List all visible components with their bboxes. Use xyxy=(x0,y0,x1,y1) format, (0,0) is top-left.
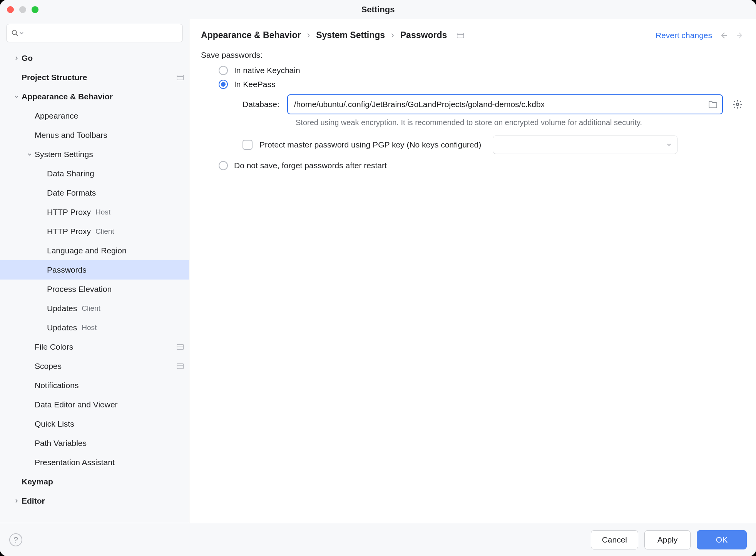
tree-item-keymap[interactable]: Keymap xyxy=(0,472,189,491)
protect-pgp-label: Protect master password using PGP key (N… xyxy=(259,140,481,149)
database-path-input[interactable] xyxy=(287,94,723,114)
help-icon[interactable]: ? xyxy=(9,533,22,546)
chevron-right-icon: › xyxy=(391,30,394,40)
folder-icon[interactable] xyxy=(708,100,718,109)
tree-item-label: Appearance xyxy=(35,111,78,121)
tree-item-label: Editor xyxy=(22,496,45,506)
tree-item-label: Path Variables xyxy=(35,439,87,448)
minimize-window-button[interactable] xyxy=(19,6,26,13)
svg-line-1 xyxy=(16,34,18,37)
chevron-right-icon xyxy=(12,499,22,503)
tree-item-editor[interactable]: Editor xyxy=(0,491,189,511)
chevron-down-icon xyxy=(25,152,35,157)
tree-item-appearance-behavior[interactable]: Appearance & Behavior xyxy=(0,87,189,106)
svg-rect-3 xyxy=(177,76,184,77)
tree-item-label: System Settings xyxy=(35,150,93,159)
settings-sidebar: GoProject StructureAppearance & Behavior… xyxy=(0,19,189,523)
tree-item-go[interactable]: Go xyxy=(0,49,189,68)
svg-rect-8 xyxy=(457,33,464,38)
tree-item-label: Process Elevation xyxy=(47,285,112,294)
tree-item-label: Quick Lists xyxy=(35,419,74,429)
tree-item-label: Project Structure xyxy=(22,73,87,82)
radio-keepass[interactable]: In KeePass xyxy=(219,80,744,89)
zoom-window-button[interactable] xyxy=(32,6,38,13)
cancel-button[interactable]: Cancel xyxy=(591,530,638,549)
protect-pgp-checkbox[interactable] xyxy=(243,140,253,150)
radio-icon xyxy=(219,66,228,75)
tree-item-updates[interactable]: UpdatesClient xyxy=(0,299,189,318)
section-label: Save passwords: xyxy=(201,50,744,60)
radio-native-keychain[interactable]: In native Keychain xyxy=(219,66,744,75)
tree-item-badge: Host xyxy=(95,208,110,216)
tree-item-project-structure[interactable]: Project Structure xyxy=(0,68,189,87)
database-hint: Stored using weak encryption. It is reco… xyxy=(296,118,727,127)
apply-button[interactable]: Apply xyxy=(644,530,691,549)
scope-icon xyxy=(177,75,184,80)
svg-rect-5 xyxy=(177,346,184,347)
settings-tree[interactable]: GoProject StructureAppearance & Behavior… xyxy=(0,49,189,523)
svg-point-0 xyxy=(12,30,17,35)
close-window-button[interactable] xyxy=(7,6,14,13)
tree-item-label: Scopes xyxy=(35,362,62,371)
database-path-field xyxy=(287,94,723,114)
search-field xyxy=(6,24,183,42)
tree-item-label: Keymap xyxy=(22,477,53,486)
tree-item-menus-and-toolbars[interactable]: Menus and Toolbars xyxy=(0,126,189,145)
gear-icon[interactable] xyxy=(731,97,744,111)
breadcrumb: Appearance & Behavior › System Settings … xyxy=(201,30,464,40)
scope-icon xyxy=(177,344,184,350)
window-title: Settings xyxy=(361,5,395,15)
svg-rect-9 xyxy=(457,34,464,35)
chevron-right-icon xyxy=(12,56,22,60)
nav-forward-icon[interactable] xyxy=(735,31,744,40)
breadcrumb-part[interactable]: System Settings xyxy=(316,30,385,40)
radio-do-not-save[interactable]: Do not save, forget passwords after rest… xyxy=(219,161,744,170)
tree-item-label: Go xyxy=(22,54,33,63)
chevron-right-icon: › xyxy=(307,30,310,40)
tree-item-appearance[interactable]: Appearance xyxy=(0,106,189,126)
tree-item-label: HTTP Proxy xyxy=(47,227,91,236)
tree-item-scopes[interactable]: Scopes xyxy=(0,357,189,376)
tree-item-presentation-assistant[interactable]: Presentation Assistant xyxy=(0,453,189,472)
tree-item-badge: Host xyxy=(82,323,97,332)
tree-item-data-sharing[interactable]: Data Sharing xyxy=(0,164,189,183)
tree-item-date-formats[interactable]: Date Formats xyxy=(0,183,189,203)
tree-item-passwords[interactable]: Passwords xyxy=(0,260,189,280)
tree-item-data-editor-and-viewer[interactable]: Data Editor and Viewer xyxy=(0,395,189,414)
scope-icon xyxy=(177,363,184,369)
pgp-key-select[interactable] xyxy=(493,136,677,154)
radio-label: In native Keychain xyxy=(234,66,300,75)
tree-item-label: Menus and Toolbars xyxy=(35,131,107,140)
settings-content: Appearance & Behavior › System Settings … xyxy=(189,19,756,523)
tree-item-file-colors[interactable]: File Colors xyxy=(0,337,189,357)
tree-item-notifications[interactable]: Notifications xyxy=(0,376,189,395)
svg-rect-4 xyxy=(177,345,184,350)
tree-item-label: Data Editor and Viewer xyxy=(35,400,118,409)
tree-item-label: Appearance & Behavior xyxy=(22,92,113,101)
breadcrumb-part[interactable]: Appearance & Behavior xyxy=(201,30,301,40)
chevron-down-icon xyxy=(12,94,22,99)
tree-item-label: File Colors xyxy=(35,342,73,352)
dialog-footer: ? Cancel Apply OK xyxy=(0,523,756,556)
tree-item-http-proxy[interactable]: HTTP ProxyHost xyxy=(0,203,189,222)
nav-back-icon[interactable] xyxy=(719,31,728,40)
radio-label: In KeePass xyxy=(234,80,275,89)
tree-item-http-proxy[interactable]: HTTP ProxyClient xyxy=(0,222,189,241)
tree-item-label: Presentation Assistant xyxy=(35,458,115,467)
scope-icon xyxy=(457,33,464,38)
revert-changes-link[interactable]: Revert changes xyxy=(656,31,712,40)
tree-item-badge: Client xyxy=(82,304,100,313)
tree-item-updates[interactable]: UpdatesHost xyxy=(0,318,189,337)
svg-rect-2 xyxy=(177,75,184,80)
tree-item-quick-lists[interactable]: Quick Lists xyxy=(0,414,189,434)
tree-item-path-variables[interactable]: Path Variables xyxy=(0,434,189,453)
ok-button[interactable]: OK xyxy=(697,530,747,549)
tree-item-process-elevation[interactable]: Process Elevation xyxy=(0,280,189,299)
tree-item-language-and-region[interactable]: Language and Region xyxy=(0,241,189,260)
search-input[interactable] xyxy=(6,24,183,42)
tree-item-label: Language and Region xyxy=(47,246,127,255)
breadcrumb-part: Passwords xyxy=(400,30,447,40)
tree-item-system-settings[interactable]: System Settings xyxy=(0,145,189,164)
database-label: Database: xyxy=(243,100,279,109)
svg-rect-6 xyxy=(177,364,184,369)
